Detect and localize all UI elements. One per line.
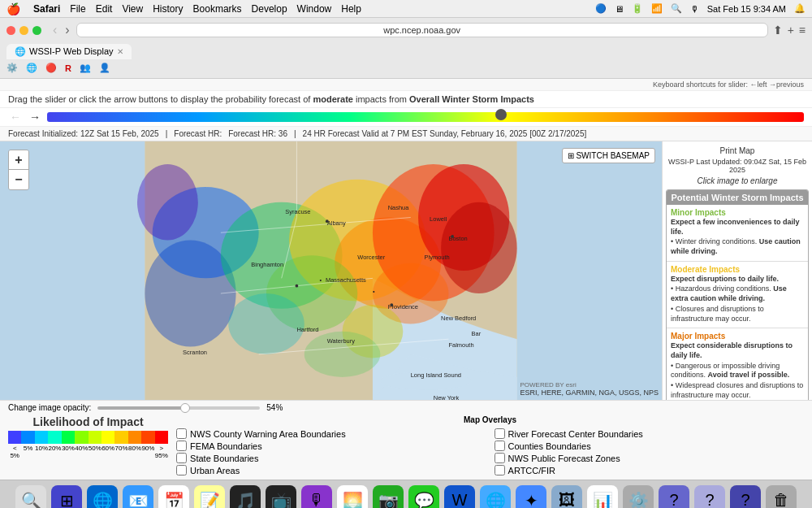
print-map-link[interactable]: Print Map — [666, 145, 809, 157]
dock-facetime[interactable]: 📷 — [373, 485, 404, 509]
bookmarks-bar: ⚙️ 🌐 🔴 R 👥 👤 — [6, 61, 806, 75]
dock-question2[interactable]: ? — [694, 485, 725, 509]
click-enlarge[interactable]: Click image to enlarge — [666, 175, 809, 187]
dock-word[interactable]: W — [444, 485, 475, 509]
right-sidebar: Print Map WSSI-P Last Updated: 09:04Z Sa… — [662, 141, 812, 400]
siri-icon[interactable]: 🎙 — [690, 4, 699, 14]
window-menu[interactable]: Window — [297, 3, 332, 15]
tab-close-button[interactable]: ✕ — [117, 47, 123, 56]
overlay-artcc[interactable]: ARTCC/FIR — [495, 465, 804, 475]
svg-text:Bar: Bar — [472, 330, 482, 337]
dock-activity[interactable]: 📊 — [587, 485, 618, 509]
dock-launchpad[interactable]: ⊞ — [51, 485, 82, 509]
prev-arrow[interactable]: ← — [8, 111, 23, 124]
dock-question1[interactable]: ? — [659, 485, 689, 509]
dock-notes[interactable]: 📝 — [194, 485, 225, 509]
overlay-nws-pfz-checkbox[interactable] — [495, 453, 505, 463]
scale-gt95 — [155, 431, 168, 444]
svg-text:Falmouth: Falmouth — [448, 341, 473, 349]
history-menu[interactable]: History — [153, 3, 183, 15]
new-tab-icon[interactable]: + — [788, 24, 794, 37]
active-tab[interactable]: 🌐 WSSI-P Web Display ✕ — [6, 44, 132, 59]
safari-menu[interactable]: Safari — [33, 3, 60, 15]
overlay-counties[interactable]: Counties Boundaries — [495, 441, 804, 451]
menubar: 🍎 Safari File Edit View History Bookmark… — [0, 0, 812, 18]
drag-hint-text: Drag the slider or click the arrow butto… — [8, 94, 534, 104]
major-bullet1: • Dangerous or impossible driving condit… — [671, 362, 804, 380]
overlay-fema-checkbox[interactable] — [176, 441, 187, 451]
develop-menu[interactable]: Develop — [252, 3, 287, 15]
dock-podcasts[interactable]: 🎙 — [301, 485, 332, 509]
overlay-fema[interactable]: FEMA Boundaries — [176, 441, 486, 451]
svg-point-52 — [326, 219, 329, 223]
dock-question3[interactable]: ? — [730, 485, 761, 509]
edit-menu[interactable]: Edit — [96, 3, 113, 15]
view-menu[interactable]: View — [122, 3, 143, 15]
overlay-nws-county-checkbox[interactable] — [176, 428, 187, 439]
zoom-out-button[interactable]: − — [9, 170, 28, 189]
bookmarks-menu[interactable]: Bookmarks — [193, 3, 242, 15]
dock-cursor[interactable]: ✦ — [516, 485, 546, 509]
overlay-nws-pfz[interactable]: NWS Public Forecast Zones — [495, 453, 804, 463]
search-icon[interactable]: 🔍 — [671, 3, 682, 14]
dock-finder[interactable]: 🔍 — [15, 485, 46, 509]
traffic-lights — [6, 26, 41, 35]
overlay-artcc-checkbox[interactable] — [495, 465, 505, 475]
overlay-state[interactable]: State Boundaries — [176, 453, 486, 463]
forecast-slider[interactable] — [47, 112, 804, 122]
datetime-display: Sat Feb 15 9:34 AM — [707, 4, 786, 14]
dock-settings[interactable]: ⚙️ — [623, 485, 654, 509]
dock-tv[interactable]: 📺 — [266, 485, 296, 509]
bottom-row: Likelihood of Impact < — [8, 415, 804, 477]
dock-safari[interactable]: 🌐 — [87, 485, 118, 509]
svg-text:•: • — [319, 276, 322, 284]
dock-safari2[interactable]: 🌐 — [480, 485, 511, 509]
overlay-rfc-checkbox[interactable] — [495, 428, 505, 439]
svg-text:Long Island Sound: Long Island Sound — [411, 371, 461, 379]
slider-thumb[interactable] — [495, 109, 507, 120]
opacity-slider[interactable] — [97, 406, 260, 410]
opacity-thumb[interactable] — [180, 403, 190, 413]
scale-lt5 — [8, 431, 21, 444]
moderate-bullet1: • Hazardous driving conditions. Use extr… — [671, 284, 804, 303]
close-button[interactable] — [6, 26, 15, 35]
color-scale-bar — [8, 431, 168, 444]
minimize-button[interactable] — [19, 26, 28, 35]
dock-preview[interactable]: 🖼 — [551, 485, 582, 509]
dock-messages[interactable]: 💬 — [408, 485, 439, 509]
browser-top: ‹ › wpc.ncep.noaa.gov ⬆ + ≡ — [6, 23, 806, 37]
share-icon[interactable]: ⬆ — [773, 24, 783, 37]
map-container[interactable]: Syracuse Albany Nashua Lowell Boston Ply… — [0, 141, 662, 400]
sidebar-icon[interactable]: ≡ — [799, 24, 806, 37]
back-button[interactable]: ‹ — [51, 23, 58, 37]
help-menu[interactable]: Help — [341, 3, 361, 15]
apple-menu[interactable]: 🍎 — [6, 2, 20, 15]
forward-button[interactable]: › — [63, 23, 71, 37]
next-arrow[interactable]: → — [28, 111, 42, 124]
overlay-state-checkbox[interactable] — [176, 453, 187, 463]
zoom-in-button[interactable]: + — [9, 150, 28, 170]
scale-10 — [35, 431, 48, 444]
overlay-nws-county[interactable]: NWS County Warning Area Boundaries — [176, 428, 486, 439]
dock-calendar[interactable]: 📅 — [158, 485, 189, 509]
major-impacts-section: Major Impacts Expect considerable disrup… — [667, 328, 808, 400]
dock-trash[interactable]: 🗑 — [766, 485, 797, 509]
address-bar[interactable]: wpc.ncep.noaa.gov — [76, 23, 768, 37]
overlay-counties-checkbox[interactable] — [495, 441, 505, 451]
svg-text:Waterbury: Waterbury — [327, 337, 355, 345]
dock-mail[interactable]: 📧 — [123, 485, 153, 509]
scale-labels: < 5% 5% 10% 20% 30% 40% 50% 60% 70% 80% … — [8, 445, 168, 459]
minor-bullet1: • Winter driving conditions. Use caution… — [671, 237, 804, 256]
dock-music[interactable]: 🎵 — [230, 485, 261, 509]
svg-text:Syracuse: Syracuse — [285, 208, 310, 215]
notifications-icon[interactable]: 🔔 — [794, 3, 806, 14]
overlay-rfc[interactable]: River Forecast Center Boundaries — [495, 428, 804, 439]
dock-photos[interactable]: 🌅 — [337, 485, 368, 509]
overlay-urban[interactable]: Urban Areas — [176, 465, 486, 475]
file-menu[interactable]: File — [70, 3, 85, 15]
maximize-button[interactable] — [32, 26, 41, 35]
svg-text:Binghamton: Binghamton — [251, 261, 283, 268]
overlay-right-col: River Forecast Center Boundaries Countie… — [495, 427, 804, 477]
overlay-urban-checkbox[interactable] — [176, 465, 187, 475]
switch-basemap-button[interactable]: ⊞ SWITCH BASEMAP — [562, 148, 655, 163]
